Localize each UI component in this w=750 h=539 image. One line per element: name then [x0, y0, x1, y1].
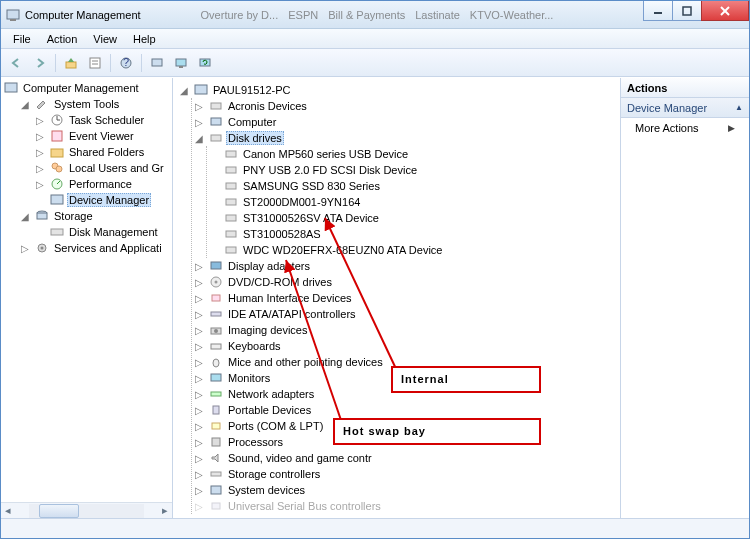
back-button[interactable]	[5, 52, 27, 74]
expand-icon[interactable]: ▷	[192, 469, 206, 480]
tree-ide[interactable]: ▷IDE ATA/ATAPI controllers	[192, 306, 616, 322]
svg-rect-16	[5, 83, 17, 92]
svg-rect-21	[51, 149, 63, 157]
actions-more[interactable]: More Actions▶	[621, 118, 749, 138]
drive-item[interactable]: ST31000528AS	[207, 226, 616, 242]
drive-item[interactable]: PNY USB 2.0 FD SCSI Disk Device	[207, 162, 616, 178]
expand-icon[interactable]: ▷	[192, 341, 206, 352]
tree-services[interactable]: ▷Services and Applicati	[18, 240, 172, 256]
tree-keyboards[interactable]: ▷Keyboards	[192, 338, 616, 354]
drive-item[interactable]: WDC WD20EFRX-68EUZN0 ATA Device	[207, 242, 616, 258]
tree-display[interactable]: ▷Display adapters	[192, 258, 616, 274]
tree-local-users[interactable]: ▷Local Users and Gr	[33, 160, 172, 176]
monitor-icon-button[interactable]	[170, 52, 192, 74]
maximize-button[interactable]	[672, 1, 702, 21]
close-button[interactable]	[701, 1, 749, 21]
expand-icon[interactable]: ▷	[192, 485, 206, 496]
expand-icon[interactable]: ▷	[192, 101, 206, 112]
expand-icon[interactable]: ▷	[192, 117, 206, 128]
expand-icon[interactable]: ▷	[192, 373, 206, 384]
toolbar-separator	[110, 54, 111, 72]
expand-icon[interactable]: ▷	[33, 115, 47, 126]
expand-icon[interactable]: ▷	[192, 405, 206, 416]
expand-icon[interactable]: ▷	[192, 357, 206, 368]
expand-icon[interactable]: ▷	[33, 131, 47, 142]
svg-rect-33	[211, 103, 221, 109]
svg-rect-12	[152, 59, 162, 66]
tree-portable[interactable]: ▷Portable Devices	[192, 402, 616, 418]
gear-icon	[34, 240, 50, 256]
tree-shared-folders[interactable]: ▷Shared Folders	[33, 144, 172, 160]
tree-acronis[interactable]: ▷Acronis Devices	[192, 98, 616, 114]
svg-rect-39	[226, 199, 236, 205]
expand-icon[interactable]: ▷	[192, 261, 206, 272]
tree-device-manager[interactable]: Device Manager	[33, 192, 172, 208]
background-tabs: Overture by D...ESPNBill & PaymentsLasti…	[201, 9, 554, 21]
drive-item[interactable]: ST2000DM001-9YN164	[207, 194, 616, 210]
drive-item[interactable]: ST31000526SV ATA Device	[207, 210, 616, 226]
tree-task-scheduler[interactable]: ▷Task Scheduler	[33, 112, 172, 128]
tree-usb[interactable]: ▷Universal Serial Bus controllers	[192, 498, 616, 514]
expand-icon[interactable]: ▷	[33, 163, 47, 174]
tree-sound[interactable]: ▷Sound, video and game contr	[192, 450, 616, 466]
tree-imaging[interactable]: ▷Imaging devices	[192, 322, 616, 338]
scroll-right-arrow[interactable]: ▸	[158, 504, 172, 518]
tree-disk-drives[interactable]: ◢Disk drives	[192, 130, 616, 146]
expand-icon[interactable]: ▷	[192, 389, 206, 400]
menu-view[interactable]: View	[85, 31, 125, 47]
expand-icon[interactable]: ▷	[192, 325, 206, 336]
collapse-icon[interactable]: ◢	[18, 211, 32, 222]
properties-button[interactable]	[84, 52, 106, 74]
tree-hid[interactable]: ▷Human Interface Devices	[192, 290, 616, 306]
chevron-right-icon: ▶	[728, 123, 735, 133]
expand-icon[interactable]: ▷	[192, 501, 206, 512]
tree-computer-cat[interactable]: ▷Computer	[192, 114, 616, 130]
collapse-icon[interactable]: ◢	[192, 133, 206, 144]
menu-file[interactable]: File	[5, 31, 39, 47]
svg-rect-46	[212, 295, 220, 301]
up-button[interactable]	[60, 52, 82, 74]
users-icon	[49, 160, 65, 176]
cpu-icon	[208, 434, 224, 450]
tree-root[interactable]: Computer Management	[3, 80, 172, 96]
tree-system-dev[interactable]: ▷System devices	[192, 482, 616, 498]
tree-system-tools[interactable]: ◢ System Tools	[18, 96, 172, 112]
scroll-track[interactable]	[29, 504, 144, 518]
menu-action[interactable]: Action	[39, 31, 86, 47]
expand-icon[interactable]: ▷	[33, 179, 47, 190]
computer-icon-button[interactable]	[146, 52, 168, 74]
minimize-button[interactable]	[643, 1, 673, 21]
expand-icon[interactable]: ▷	[192, 277, 206, 288]
expand-icon[interactable]: ▷	[18, 243, 32, 254]
svg-rect-32	[195, 85, 207, 94]
tree-performance[interactable]: ▷Performance	[33, 176, 172, 192]
tree-storage-ctrl[interactable]: ▷Storage controllers	[192, 466, 616, 482]
scroll-left-arrow[interactable]: ◂	[1, 504, 15, 518]
collapse-icon[interactable]: ◢	[18, 99, 32, 110]
actions-group[interactable]: Device Manager▲	[621, 98, 749, 118]
refresh-button[interactable]	[194, 52, 216, 74]
tree-disk-management[interactable]: Disk Management	[33, 224, 172, 240]
forward-button[interactable]	[29, 52, 51, 74]
tree-dvd[interactable]: ▷DVD/CD-ROM drives	[192, 274, 616, 290]
scroll-thumb[interactable]	[39, 504, 79, 518]
drive-item[interactable]: SAMSUNG SSD 830 Series	[207, 178, 616, 194]
help-button[interactable]: ?	[115, 52, 137, 74]
tree-storage[interactable]: ◢Storage	[18, 208, 172, 224]
collapse-icon[interactable]: ◢	[177, 85, 191, 96]
tree-event-viewer[interactable]: ▷Event Viewer	[33, 128, 172, 144]
expand-icon[interactable]: ▷	[192, 421, 206, 432]
toolbar: ?	[1, 49, 749, 77]
drive-item[interactable]: Canon MP560 series USB Device	[207, 146, 616, 162]
expand-icon[interactable]: ▷	[192, 437, 206, 448]
port-icon	[208, 418, 224, 434]
menu-help[interactable]: Help	[125, 31, 164, 47]
h-scrollbar[interactable]: ◂ ▸	[1, 502, 172, 518]
expand-icon[interactable]: ▷	[192, 453, 206, 464]
drive-icon	[223, 226, 239, 242]
tree-pc-root[interactable]: ◢PAUL91512-PC	[177, 82, 616, 98]
expand-icon[interactable]: ▷	[192, 309, 206, 320]
expand-icon[interactable]: ▷	[33, 147, 47, 158]
collapse-icon[interactable]: ▲	[735, 103, 743, 112]
expand-icon[interactable]: ▷	[192, 293, 206, 304]
